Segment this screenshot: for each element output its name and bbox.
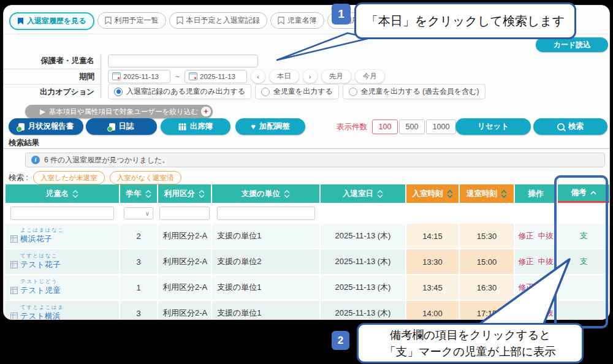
- callout-1-text: 「本日」をクリックして検索します: [366, 13, 565, 29]
- sort-icon: [72, 190, 78, 198]
- results-info-text: 6 件の入退室履歴が見つかりました。: [44, 155, 169, 165]
- display-count-label: 表示件数: [337, 122, 367, 132]
- edit-link[interactable]: 修正: [519, 257, 534, 267]
- radio-icon: [261, 88, 270, 96]
- header-label: 支援の単位: [242, 189, 280, 199]
- break-link[interactable]: 中抜: [538, 231, 554, 241]
- results-info-box: i 6 件の入退室履歴が見つかりました。: [25, 153, 605, 167]
- date-to-value: 2025-11-13: [200, 73, 235, 80]
- sort-icon: [199, 190, 205, 198]
- cell-entry-time: 14:15: [406, 224, 459, 248]
- header-exit-time[interactable]: 退室時刻: [460, 184, 514, 203]
- next-day-button[interactable]: ›: [303, 69, 318, 83]
- search-button[interactable]: 検索: [533, 118, 607, 135]
- tab-child-roster[interactable]: 児童名簿: [270, 12, 324, 29]
- guardian-row: 保護者・児童名: [4, 53, 609, 69]
- record-icon[interactable]: [10, 287, 18, 294]
- child-name-link[interactable]: テスト花子: [20, 259, 61, 270]
- name-filter-input[interactable]: [10, 207, 114, 220]
- count-1000-button[interactable]: 1000: [426, 119, 456, 134]
- plus-icon[interactable]: +: [201, 107, 211, 116]
- unit-filter-input[interactable]: [217, 207, 315, 220]
- output-option-all-children[interactable]: 全児童を出力する: [255, 84, 339, 99]
- advanced-filter-bar[interactable]: ▶ 基本項目や属性項目で対象ユーザーを絞り込む +: [25, 105, 213, 118]
- date-from-input[interactable]: 2025-11-13: [108, 70, 170, 83]
- option-label: 全児童を出力する: [273, 86, 333, 97]
- guardian-name-input[interactable]: [108, 55, 258, 67]
- attendance-book-button[interactable]: 出席簿: [161, 118, 230, 135]
- filter-cell-category: [158, 204, 211, 222]
- support-mark-link[interactable]: 支: [580, 256, 588, 267]
- furigana: てすとよこはま: [20, 305, 64, 310]
- calendar-icon: [189, 72, 197, 80]
- cell-entry-time: 14:00: [406, 301, 459, 320]
- app-window: 入退室履歴を見る 利用予定一覧 本日予定と入退室記録 児童名簿 利用料金計算・請…: [3, 5, 610, 320]
- child-name-link[interactable]: 横浜花子: [20, 233, 52, 245]
- child-name-link[interactable]: テスト児童: [20, 285, 61, 296]
- tab-today-records[interactable]: 本日予定と入退室記録: [169, 12, 267, 29]
- child-name-link[interactable]: テスト横浜: [20, 311, 61, 320]
- count-500-button[interactable]: 500: [399, 119, 425, 134]
- output-option-label: 出力オプション: [4, 84, 102, 99]
- filter-cell-ops: [515, 204, 557, 222]
- grade-filter-select[interactable]: ∨: [124, 207, 153, 219]
- output-option-records-only[interactable]: 入退室記録のある児童のみ出力する: [108, 84, 251, 99]
- cell-operations: 修正中抜: [515, 224, 557, 248]
- break-link[interactable]: 中抜: [538, 257, 554, 267]
- record-icon[interactable]: [10, 261, 18, 268]
- button-label: 月状況報告書: [28, 121, 74, 132]
- record-icon[interactable]: [10, 313, 18, 320]
- monthly-report-button[interactable]: 月状況報告書: [9, 118, 83, 135]
- cell-category: 利用区分2-A: [158, 249, 211, 274]
- diary-button[interactable]: 日誌: [86, 118, 157, 135]
- today-button[interactable]: 本日: [269, 69, 299, 83]
- header-grade[interactable]: 学年: [120, 184, 157, 203]
- card-read-button[interactable]: カード読込: [536, 37, 608, 52]
- category-filter-input[interactable]: [159, 207, 210, 220]
- cell-remarks: [558, 301, 609, 320]
- break-link[interactable]: 中抜: [538, 282, 554, 293]
- header-entry-exit-date[interactable]: 入退室日: [321, 184, 405, 203]
- bookmark-icon: [105, 17, 112, 25]
- cell-exit-time: 15:30: [460, 224, 514, 248]
- header-usage-category[interactable]: 利用区分: [158, 184, 211, 203]
- header-entry-time[interactable]: 入室時刻: [406, 184, 459, 203]
- date-to-input[interactable]: 2025-11-13: [185, 70, 247, 83]
- output-option-all-including-past[interactable]: 全児童を出力する (過去会員を含む): [343, 84, 485, 99]
- tab-label: 児童名簿: [287, 15, 317, 26]
- tab-entry-exit-history[interactable]: 入退室履歴を見る: [9, 12, 94, 30]
- button-label: 日誌: [119, 121, 134, 132]
- furigana: てすとはなこ: [20, 253, 58, 259]
- edit-link[interactable]: 修正: [519, 231, 534, 241]
- header-support-unit[interactable]: 支援の単位: [212, 184, 319, 203]
- last-month-button[interactable]: 先月: [321, 69, 351, 83]
- bookmark-icon: [177, 17, 183, 25]
- edit-link[interactable]: 修正: [519, 282, 534, 293]
- reset-button[interactable]: リセット: [455, 118, 531, 135]
- search-form: 保護者・児童名 期間 2025-11-13 ~ 2025-11-13 ‹ 本日 …: [4, 53, 609, 99]
- edit-link[interactable]: 修正: [519, 308, 534, 319]
- grid-icon: [178, 123, 186, 131]
- break-link[interactable]: 中抜: [538, 308, 554, 319]
- support-mark-link[interactable]: 支: [580, 230, 588, 241]
- output-option-row: 出力オプション 入退室記録のある児童のみ出力する 全児童を出力する 全児童を出力…: [4, 84, 609, 99]
- tab-usage-schedule[interactable]: 利用予定一覧: [97, 12, 166, 29]
- sort-icon: [145, 190, 151, 198]
- option-label: 全児童を出力する (過去会員を含む): [361, 86, 479, 97]
- header-remarks[interactable]: 備考: [558, 184, 609, 203]
- cell-date: 2025-11-13 (木): [321, 224, 405, 248]
- filter-exited-no-entry[interactable]: 入室がなく退室済: [110, 171, 181, 184]
- button-label: 加配調整: [259, 121, 290, 132]
- this-month-button[interactable]: 今月: [355, 69, 385, 83]
- filter-cell-remarks: [558, 204, 609, 222]
- cell-grade: 1: [120, 275, 157, 300]
- cell-category: 利用区分2-A: [158, 275, 211, 300]
- header-child-name[interactable]: 児童名: [6, 184, 119, 203]
- advanced-filter-label: 基本項目や属性項目で対象ユーザーを絞り込む: [49, 107, 198, 116]
- support-adjust-button[interactable]: ♥ 加配調整: [235, 118, 305, 135]
- record-icon[interactable]: [10, 235, 18, 243]
- filter-entered-not-exited[interactable]: 入室したが未退室: [33, 171, 105, 184]
- count-100-button[interactable]: 100: [372, 119, 398, 134]
- prev-day-button[interactable]: ‹: [251, 69, 265, 83]
- divider: [4, 148, 609, 149]
